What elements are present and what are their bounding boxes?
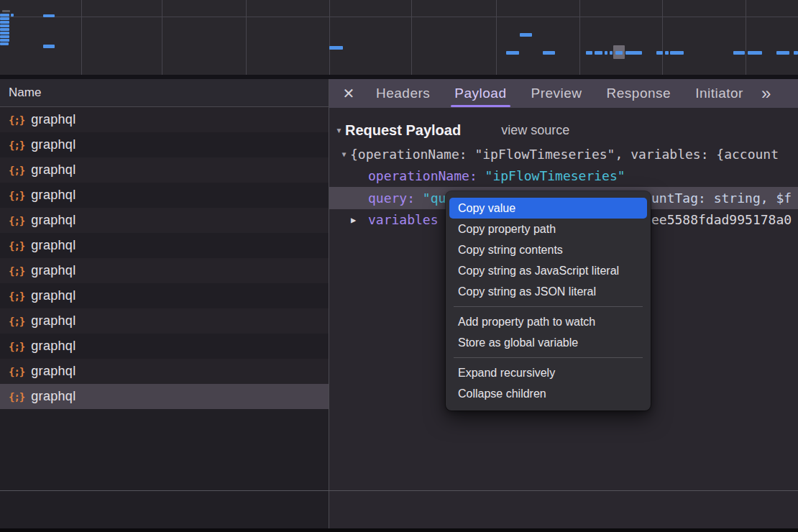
overview-bar (0, 21, 9, 24)
overview-bar (0, 35, 9, 38)
json-fetch-icon: {;} (9, 341, 24, 352)
menu-item-add-property-path-to-watch[interactable]: Add property path to watch (449, 311, 647, 332)
json-fetch-icon: {;} (9, 240, 24, 252)
request-name: graphql (31, 213, 75, 228)
json-fetch-icon: {;} (9, 190, 24, 201)
overview-bar (733, 51, 745, 55)
overview-bar (670, 51, 684, 55)
tab-initiator[interactable]: Initiator (683, 79, 756, 108)
tree-row[interactable]: operationName: "ipFlowTimeseries" (329, 165, 798, 188)
tab-response[interactable]: Response (595, 79, 684, 108)
overview-bar (0, 32, 9, 35)
view-source-link[interactable]: view source (501, 123, 569, 138)
overview-gridline (579, 0, 580, 75)
overview-bar (656, 51, 663, 55)
overview-gridline (162, 0, 162, 75)
expander-icon[interactable]: ▶ (351, 215, 368, 225)
overview-bar (794, 51, 798, 55)
overview-bar (586, 51, 592, 55)
request-row[interactable]: {;}graphql (0, 233, 329, 258)
json-fetch-icon: {;} (9, 366, 24, 377)
overview-bar (615, 51, 623, 55)
tab-payload[interactable]: Payload (442, 79, 518, 108)
menu-item-copy-property-path[interactable]: Copy property path (449, 219, 647, 239)
expander-icon[interactable]: ▼ (338, 150, 350, 158)
request-row[interactable]: {;}graphql (0, 384, 329, 409)
request-name: graphql (31, 188, 75, 203)
tree-text-segment: "ipFlowTimeseries" (485, 168, 625, 183)
tree-row[interactable]: ▼{operationName: "ipFlowTimeseries", var… (329, 143, 798, 165)
request-row[interactable]: {;}graphql (0, 157, 329, 183)
tab-headers[interactable]: Headers (364, 79, 442, 108)
tree-text-segment: variables (368, 212, 439, 227)
request-row[interactable]: {;}graphql (0, 132, 329, 157)
menu-item-copy-string-as-javascript-literal[interactable]: Copy string as JavaScript literal (449, 260, 647, 281)
overview-gridline (81, 0, 82, 75)
json-fetch-icon: {;} (9, 265, 24, 277)
section-title: Request Payload (345, 122, 461, 139)
overview-gridline (662, 0, 663, 75)
menu-item-store-as-global-variable[interactable]: Store as global variable (449, 332, 647, 353)
request-row-list: {;}graphql{;}graphql{;}graphql{;}graphql… (0, 107, 329, 409)
overview-bar (665, 51, 669, 55)
menu-item-collapse-children[interactable]: Collapse children (449, 383, 647, 404)
overview-gridline (496, 0, 497, 75)
overview-bar (520, 33, 532, 37)
overview-bar (0, 42, 9, 45)
request-row[interactable]: {;}graphql (0, 334, 329, 359)
footer-divider (0, 490, 798, 491)
request-row[interactable]: {;}graphql (0, 183, 329, 208)
request-row[interactable]: {;}graphql (0, 208, 329, 233)
tree-text-segment: {operationName: "ipFlowTimeseries", vari… (350, 147, 779, 162)
request-row[interactable]: {;}graphql (0, 359, 329, 384)
request-name: graphql (31, 112, 75, 127)
overview-bar (0, 39, 9, 42)
json-fetch-icon: {;} (9, 215, 24, 226)
overview-bar (506, 51, 519, 55)
close-icon[interactable]: ✕ (336, 85, 361, 102)
request-row[interactable]: {;}graphql (0, 308, 329, 334)
detail-tab-bar: ✕ HeadersPayloadPreviewResponseInitiator… (329, 79, 798, 108)
request-name: graphql (31, 389, 75, 404)
overview-bar (0, 24, 9, 27)
menu-item-copy-value[interactable]: Copy value (449, 198, 647, 219)
menu-item-copy-string-as-json-literal[interactable]: Copy string as JSON literal (449, 281, 647, 302)
tab-preview[interactable]: Preview (519, 79, 595, 108)
request-name: graphql (31, 364, 75, 379)
section-expander-icon[interactable]: ▼ (333, 127, 345, 134)
request-name: graphql (31, 263, 75, 278)
overview-gridline (329, 0, 330, 75)
name-column-header[interactable]: Name (0, 79, 329, 107)
json-fetch-icon: {;} (9, 290, 24, 302)
network-overview[interactable] (0, 0, 798, 75)
request-row[interactable]: {;}graphql (0, 258, 329, 283)
request-name: graphql (31, 162, 75, 178)
tree-text-overflow-fragment: ee5588fdad995178a0 (651, 209, 792, 231)
tree-text-segment: query: (368, 191, 423, 206)
overview-bar (329, 46, 343, 50)
request-row[interactable]: {;}graphql (0, 107, 329, 132)
json-fetch-icon: {;} (9, 391, 24, 403)
overview-bar (2, 10, 10, 12)
request-row[interactable]: {;}graphql (0, 283, 329, 308)
request-table: Name {;}graphql{;}graphql{;}graphql{;}gr… (0, 79, 329, 528)
menu-item-copy-string-contents[interactable]: Copy string contents (449, 239, 647, 260)
overview-bar (543, 51, 555, 55)
overview-bar (595, 51, 602, 55)
tree-text-segment: operationName: (368, 168, 485, 183)
json-fetch-icon: {;} (9, 139, 24, 151)
overview-bar (0, 28, 9, 31)
tree-text-segment: "qu (423, 191, 446, 206)
request-name: graphql (31, 288, 75, 303)
overview-bar (776, 51, 789, 55)
overview-bar (0, 14, 9, 17)
overview-bar (43, 14, 55, 17)
overview-bar (610, 51, 613, 55)
overview-bar (43, 45, 55, 48)
overview-bar (605, 51, 607, 55)
request-name: graphql (31, 137, 75, 152)
chevron-double-right-icon[interactable]: » (761, 79, 771, 108)
json-fetch-icon: {;} (9, 114, 24, 126)
tabs: HeadersPayloadPreviewResponseInitiator (364, 79, 756, 108)
menu-item-expand-recursively[interactable]: Expand recursively (449, 362, 647, 383)
